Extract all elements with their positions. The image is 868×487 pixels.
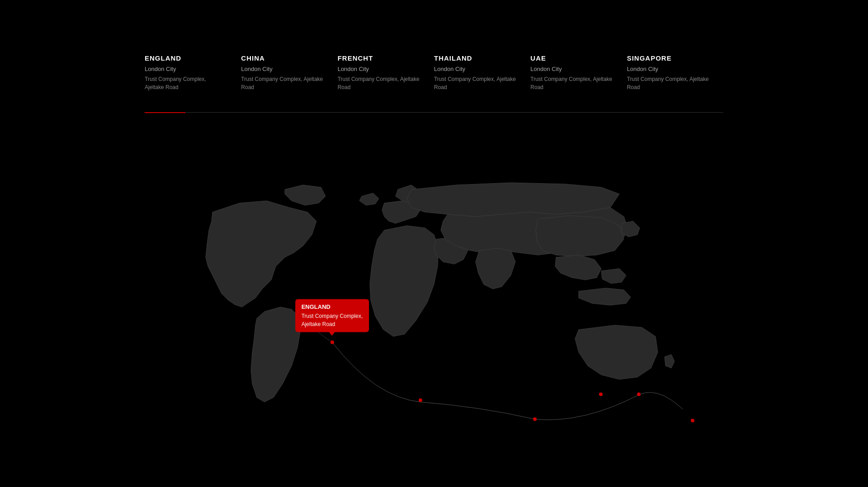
location-card-china[interactable]: CHINA London City Trust Company Complex,… [241,54,337,91]
tooltip-arrow [329,332,335,336]
uae-dot [599,392,603,396]
china-dot [419,398,422,402]
location-city-thailand: London City [434,66,521,72]
england-tooltip: ENGLAND Trust Company Complex, Ajeltake … [295,299,369,332]
tooltip-title: ENGLAND [302,303,363,312]
location-address-china: Trust Company Complex, Ajeltake Road [241,75,328,91]
china-marker[interactable] [419,398,422,402]
location-city-frencht: London City [338,66,425,72]
england-dot [330,340,334,344]
location-name-england: ENGLAND [145,54,232,62]
location-address-england: Trust Company Complex,Ajeltake Road [145,75,232,91]
tooltip-address1: Trust Company Complex, [302,312,363,321]
location-address-uae: Trust Company Complex, Ajeltake Road [530,75,618,91]
location-address-singapore: Trust Company Complex, Ajeltake Road [627,75,714,91]
world-map-svg [185,176,683,438]
location-city-singapore: London City [627,66,714,72]
location-card-uae[interactable]: UAE London City Trust Company Complex, A… [530,54,627,91]
location-card-england[interactable]: ENGLAND London City Trust Company Comple… [145,54,241,91]
location-card-singapore[interactable]: SINGAPORE London City Trust Company Comp… [627,54,723,91]
thailand-marker[interactable] [637,392,641,396]
divider-line [145,112,723,113]
locations-header: ENGLAND London City Trust Company Comple… [145,54,723,91]
map-container: ENGLAND Trust Company Complex, Ajeltake … [0,127,868,487]
location-city-china: London City [241,66,328,72]
thailand-dot [637,392,641,396]
singapore-marker[interactable] [691,419,694,422]
location-card-thailand[interactable]: THAILAND London City Trust Company Compl… [434,54,530,91]
location-name-singapore: SINGAPORE [627,54,714,62]
location-address-frencht: Trust Company Complex, Ajeltake Road [338,75,425,91]
location-name-frencht: FRENCHT [338,54,425,62]
location-name-china: CHINA [241,54,328,62]
location-city-england: London City [145,66,232,72]
location-name-uae: UAE [530,54,618,62]
tooltip-address2: Ajeltake Road [302,321,363,329]
location-address-thailand: Trust Company Complex, Ajeltake Road [434,75,521,91]
singapore-dot [691,419,694,422]
active-underline [145,112,185,113]
world-map: ENGLAND Trust Company Complex, Ajeltake … [185,176,683,438]
location-name-thailand: THAILAND [434,54,521,62]
location-city-uae: London City [530,66,618,72]
uae-marker[interactable] [599,392,603,396]
location-card-frencht[interactable]: FRENCHT London City Trust Company Comple… [338,54,434,91]
frencht-marker[interactable] [533,417,537,421]
frencht-dot [533,417,537,421]
